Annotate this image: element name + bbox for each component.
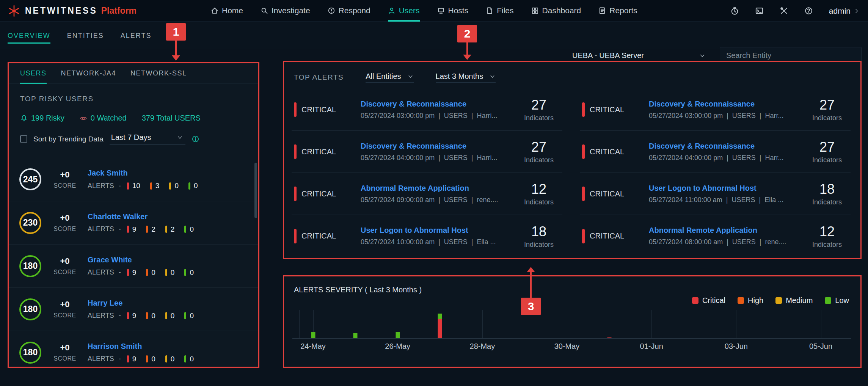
nav-item-files[interactable]: Files xyxy=(486,0,513,22)
score-delta: +0 xyxy=(60,170,69,180)
user-name-link[interactable]: Harry Lee xyxy=(88,299,204,308)
alert-card[interactable]: CRITICALDiscovery & Reconnaissance05/27/… xyxy=(580,131,851,173)
legend-swatch xyxy=(738,297,744,304)
alert-body: Discovery & Reconnaissance05/27/2024 04:… xyxy=(649,142,804,162)
alert-title-link[interactable]: User Logon to Abnormal Host xyxy=(649,184,804,193)
severity-label: CRITICAL xyxy=(590,190,624,198)
stat-item[interactable]: 379 Total USERS xyxy=(142,114,201,122)
hosts-icon xyxy=(437,7,445,14)
console-icon[interactable] xyxy=(755,6,764,15)
alert-card[interactable]: CRITICALUser Logon to Abnormal Host05/27… xyxy=(292,215,562,257)
severity-bar xyxy=(127,182,129,190)
risky-users-list: 245+0SCOREJack SmithALERTS-10300230+0SCO… xyxy=(9,158,258,368)
tab-alerts[interactable]: ALERTS xyxy=(121,22,152,49)
nav-item-users[interactable]: Users xyxy=(388,0,420,22)
entity-tab-network-ja4[interactable]: NETWORK-JA4 xyxy=(61,63,116,83)
indicator-label: Indicators xyxy=(804,156,851,164)
legend-item-low: Low xyxy=(825,296,849,305)
alert-severity: CRITICAL xyxy=(292,102,361,117)
account-name: admin xyxy=(829,6,851,16)
entity-filter-select[interactable]: All Entities xyxy=(366,72,413,83)
score-delta-block: +0SCORE xyxy=(48,256,82,276)
user-name-link[interactable]: Grace White xyxy=(88,256,204,264)
alert-card[interactable]: CRITICALDiscovery & Reconnaissance05/27/… xyxy=(292,89,562,131)
score-delta: +0 xyxy=(60,343,69,353)
entity-tab-users[interactable]: USERS xyxy=(20,63,47,83)
files-icon xyxy=(486,7,493,14)
indicator-count: 12 xyxy=(804,224,851,240)
alert-title-link[interactable]: Discovery & Reconnaissance xyxy=(361,142,515,151)
alert-severity: CRITICAL xyxy=(580,102,649,117)
user-row[interactable]: 245+0SCOREJack SmithALERTS-10300 xyxy=(9,158,258,201)
alert-title-link[interactable]: Discovery & Reconnaissance xyxy=(649,142,804,151)
nav-item-home[interactable]: Home xyxy=(211,0,243,22)
indicator-label: Indicators xyxy=(804,114,851,122)
user-name-link[interactable]: Harrison Smith xyxy=(88,342,204,351)
account-menu[interactable]: admin xyxy=(829,6,860,16)
alert-count-value: 9 xyxy=(132,268,137,277)
stat-item[interactable]: 0 Watched xyxy=(80,114,127,122)
severity-legend: CriticalHighMediumLow xyxy=(692,296,849,305)
legend-swatch xyxy=(692,297,698,304)
alerts-dash: - xyxy=(119,355,121,363)
alert-title-link[interactable]: Discovery & Reconnaissance xyxy=(649,100,804,108)
chart-bar-27-May xyxy=(438,314,442,338)
score-label: SCORE xyxy=(53,182,76,189)
alert-count: 0 xyxy=(188,182,198,190)
alerts-label: ALERTS xyxy=(88,225,114,233)
user-row[interactable]: 180+0SCOREHarry LeeALERTS-9000 xyxy=(9,287,258,331)
alert-card[interactable]: CRITICALAbnormal Remote Application05/27… xyxy=(580,215,851,257)
chevron-right-icon xyxy=(854,8,860,14)
period-filter-select[interactable]: Last 3 Months xyxy=(436,72,496,83)
user-row[interactable]: 180+0SCOREGrace WhiteALERTS-9000 xyxy=(9,244,258,287)
score-delta: +0 xyxy=(60,300,69,309)
indicator-count: 27 xyxy=(515,139,562,155)
user-name-link[interactable]: Charlotte Walker xyxy=(88,212,204,221)
alert-title-link[interactable]: Discovery & Reconnaissance xyxy=(361,100,515,108)
alert-title-link[interactable]: User Logon to Abnormal Host xyxy=(361,226,515,235)
alert-card[interactable]: CRITICALDiscovery & Reconnaissance05/27/… xyxy=(292,131,562,173)
sort-trending-checkbox[interactable] xyxy=(20,135,27,143)
alert-title-link[interactable]: Abnormal Remote Application xyxy=(361,184,515,193)
stat-item[interactable]: 199 Risky xyxy=(20,114,64,122)
bar-segment-low xyxy=(396,332,400,338)
nav-item-investigate[interactable]: Investigate xyxy=(261,0,310,22)
callout-1: 1 xyxy=(166,23,186,41)
severity-bar xyxy=(294,229,297,243)
alert-card[interactable]: CRITICALDiscovery & Reconnaissance05/27/… xyxy=(580,89,851,131)
alert-severity: CRITICAL xyxy=(292,187,361,201)
score-delta-block: +0SCORE xyxy=(48,343,82,362)
nav-item-reports[interactable]: Reports xyxy=(598,0,637,22)
nav-item-dashboard[interactable]: Dashboard xyxy=(531,0,581,22)
timer-icon[interactable] xyxy=(730,6,739,15)
severity-title: ALERTS SEVERITY ( Last 3 Months ) xyxy=(294,286,422,294)
nav-item-respond[interactable]: Respond xyxy=(328,0,370,22)
entity-type-tabs: USERSNETWORK-JA4NETWORK-SSL xyxy=(9,63,258,83)
alert-meta: 05/27/2024 04:00:00 pm | USERS | Harr... xyxy=(649,154,804,162)
alert-count-value: 0 xyxy=(151,355,155,363)
scrollbar-thumb[interactable] xyxy=(254,163,257,218)
stat-label: 379 Total USERS xyxy=(142,114,201,122)
alert-title-link[interactable]: Abnormal Remote Application xyxy=(649,226,804,235)
nav-item-hosts[interactable]: Hosts xyxy=(437,0,469,22)
alert-count-value: 0 xyxy=(190,268,194,277)
tab-entities[interactable]: ENTITIES xyxy=(67,22,104,49)
info-icon[interactable] xyxy=(191,135,199,143)
entity-tab-network-ssl[interactable]: NETWORK-SSL xyxy=(130,63,187,83)
alert-card[interactable]: CRITICALUser Logon to Abnormal Host05/27… xyxy=(580,173,851,215)
alert-count: 0 xyxy=(184,268,194,277)
sort-period-select[interactable]: Last 7 Days xyxy=(110,133,185,145)
entity-filter-value: All Entities xyxy=(366,72,401,81)
help-icon[interactable] xyxy=(804,6,813,15)
bar-segment-low xyxy=(311,332,315,338)
alert-meta: 05/27/2024 04:00:00 pm | USERS | Harri..… xyxy=(361,154,515,162)
brand-name: NETWITNESS xyxy=(25,6,97,16)
alert-card[interactable]: CRITICALAbnormal Remote Application05/27… xyxy=(292,173,562,215)
user-row[interactable]: 230+0SCORECharlotte WalkerALERTS-9220 xyxy=(9,201,258,244)
user-row[interactable]: 180+0SCOREHarrison SmithALERTS-9000 xyxy=(9,331,258,368)
user-name-link[interactable]: Jack Smith xyxy=(88,169,208,177)
chart-x-tick: 03-Jun xyxy=(725,342,748,351)
tools-icon[interactable] xyxy=(780,6,788,15)
tab-overview[interactable]: OVERVIEW xyxy=(8,22,50,49)
alert-count: 0 xyxy=(184,225,194,234)
